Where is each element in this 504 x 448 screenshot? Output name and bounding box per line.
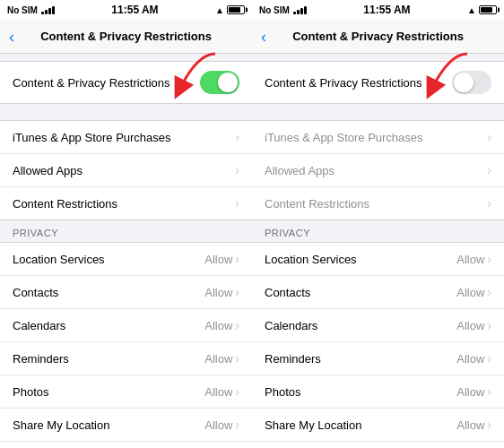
privacy-list-left: Location Services Allow › Contacts Allow… bbox=[0, 242, 252, 448]
toggle-knob-right bbox=[454, 73, 474, 92]
wifi-icon-left: ▲ bbox=[215, 5, 224, 15]
carrier-right: No SIM bbox=[259, 5, 290, 15]
content-label-left: Content Restrictions bbox=[13, 197, 117, 211]
itunes-chevron-right: › bbox=[487, 130, 491, 144]
content-chevron-left: › bbox=[235, 196, 239, 211]
time-right: 11:55 AM bbox=[363, 4, 410, 16]
rbar4 bbox=[304, 6, 307, 14]
wifi-icon-right: ▲ bbox=[467, 5, 476, 15]
privacy-header-right: PRIVACY bbox=[252, 220, 504, 242]
bar3 bbox=[48, 8, 51, 14]
allowed-chevron-right: › bbox=[487, 163, 491, 177]
status-left-right: No SIM bbox=[259, 5, 307, 15]
nav-title-right: Content & Privacy Restrictions bbox=[292, 30, 464, 43]
toggle-label-right: Content & Privacy Restrictions bbox=[265, 76, 422, 90]
privacy-location-right[interactable]: Location Services Allow › bbox=[252, 243, 504, 276]
privacy-contacts-right[interactable]: Contacts Allow › bbox=[252, 276, 504, 309]
back-button-right[interactable]: ‹ bbox=[261, 29, 268, 45]
carrier-left: No SIM bbox=[7, 5, 38, 15]
list-row-itunes-right[interactable]: iTunes & App Store Purchases › bbox=[252, 121, 504, 154]
status-bar-right: No SIM 11:55 AM ▲ bbox=[252, 0, 504, 20]
list-row-content-left[interactable]: Content Restrictions › bbox=[0, 187, 252, 220]
status-left-left: No SIM bbox=[7, 5, 55, 15]
itunes-label-left: iTunes & App Store Purchases bbox=[13, 131, 171, 144]
content-left: Content & Privacy Restrictions iTunes & … bbox=[0, 54, 252, 448]
rbar2 bbox=[297, 10, 300, 14]
itunes-chevron-left: › bbox=[235, 130, 239, 144]
rbar1 bbox=[293, 12, 296, 14]
privacy-bluetooth-right[interactable]: Bluetooth Sharing Allow › bbox=[252, 442, 504, 448]
toggle-section-left: Content & Privacy Restrictions bbox=[0, 61, 252, 104]
status-right-left: ▲ bbox=[215, 5, 245, 15]
bar1 bbox=[41, 12, 44, 14]
privacy-location-share-left[interactable]: Share My Location Allow › bbox=[0, 409, 252, 442]
bar2 bbox=[45, 10, 48, 14]
privacy-photos-right[interactable]: Photos Allow › bbox=[252, 375, 504, 409]
battery-right bbox=[479, 5, 497, 14]
privacy-location-share-right[interactable]: Share My Location Allow › bbox=[252, 409, 504, 442]
itunes-right-right: › bbox=[487, 130, 491, 144]
toggle-knob-left bbox=[218, 73, 238, 92]
toggle-row-left: Content & Privacy Restrictions bbox=[0, 62, 252, 103]
time-left: 11:55 AM bbox=[111, 4, 158, 16]
status-right-right: ▲ bbox=[467, 5, 497, 15]
back-chevron-right: ‹ bbox=[261, 29, 266, 45]
signal-left bbox=[41, 6, 55, 14]
allowed-right-right: › bbox=[487, 163, 491, 177]
privacy-list-right: Location Services Allow › Contacts Allow… bbox=[252, 242, 504, 448]
allowed-label-left: Allowed Apps bbox=[13, 164, 83, 177]
toggle-switch-left[interactable] bbox=[200, 71, 239, 94]
nav-bar-right: ‹ Content & Privacy Restrictions bbox=[252, 20, 504, 54]
nav-title-left: Content & Privacy Restrictions bbox=[40, 30, 212, 43]
toggle-section-right: Content & Privacy Restrictions bbox=[252, 61, 504, 104]
back-chevron-left: ‹ bbox=[9, 29, 14, 45]
battery-fill-left bbox=[229, 7, 241, 13]
toggle-label-left: Content & Privacy Restrictions bbox=[13, 76, 170, 90]
right-phone-panel: No SIM 11:55 AM ▲ ‹ Content & bbox=[252, 0, 504, 448]
bar4 bbox=[52, 6, 55, 14]
privacy-contacts-left[interactable]: Contacts Allow › bbox=[0, 276, 252, 309]
main-list-left: iTunes & App Store Purchases › Allowed A… bbox=[0, 120, 252, 220]
content-right-right: › bbox=[487, 196, 491, 211]
allowed-label-right: Allowed Apps bbox=[265, 164, 335, 177]
list-row-content-right[interactable]: Content Restrictions › bbox=[252, 187, 504, 220]
battery-left bbox=[227, 5, 245, 14]
allowed-chevron-left: › bbox=[235, 163, 239, 177]
list-row-allowed-left[interactable]: Allowed Apps › bbox=[0, 154, 252, 187]
battery-fill-right bbox=[481, 7, 493, 13]
rbar3 bbox=[300, 8, 303, 14]
privacy-header-left: PRIVACY bbox=[0, 220, 252, 242]
content-right-left: › bbox=[235, 196, 239, 211]
left-panel: No SIM 11:55 AM ▲ ‹ Content & bbox=[0, 0, 252, 448]
list-row-itunes-left[interactable]: iTunes & App Store Purchases › bbox=[0, 121, 252, 154]
content-label-right: Content Restrictions bbox=[265, 197, 369, 211]
privacy-reminders-left[interactable]: Reminders Allow › bbox=[0, 342, 252, 375]
content-right: Content & Privacy Restrictions iTunes & … bbox=[252, 54, 504, 448]
toggle-row-right: Content & Privacy Restrictions bbox=[252, 62, 504, 103]
signal-right bbox=[293, 6, 307, 14]
privacy-calendars-left[interactable]: Calendars Allow › bbox=[0, 309, 252, 342]
privacy-reminders-right[interactable]: Reminders Allow › bbox=[252, 342, 504, 375]
main-list-right: iTunes & App Store Purchases › Allowed A… bbox=[252, 120, 504, 220]
right-panel: No SIM 11:55 AM ▲ ‹ Content & bbox=[252, 0, 504, 448]
nav-bar-left: ‹ Content & Privacy Restrictions bbox=[0, 20, 252, 54]
privacy-location-left[interactable]: Location Services Allow › bbox=[0, 243, 252, 276]
toggle-switch-right[interactable] bbox=[452, 71, 491, 94]
list-row-allowed-right[interactable]: Allowed Apps › bbox=[252, 154, 504, 187]
back-button-left[interactable]: ‹ bbox=[9, 29, 16, 45]
allowed-right-left: › bbox=[235, 163, 239, 177]
itunes-right-left: › bbox=[235, 130, 239, 144]
content-chevron-right: › bbox=[487, 196, 491, 211]
status-bar-left: No SIM 11:55 AM ▲ bbox=[0, 0, 252, 20]
itunes-label-right: iTunes & App Store Purchases bbox=[265, 131, 423, 144]
privacy-calendars-right[interactable]: Calendars Allow › bbox=[252, 309, 504, 342]
privacy-bluetooth-left[interactable]: Bluetooth Sharing Allow › bbox=[0, 442, 252, 448]
left-phone-panel: No SIM 11:55 AM ▲ ‹ Content & bbox=[0, 0, 252, 448]
privacy-photos-left[interactable]: Photos Allow › bbox=[0, 375, 252, 409]
